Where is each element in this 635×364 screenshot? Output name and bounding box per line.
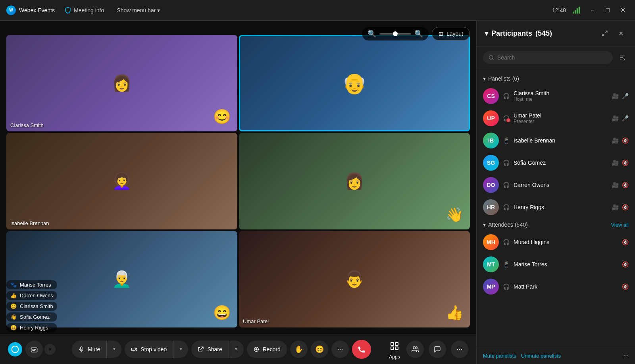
participant-item-marise[interactable]: MT 📱 Marise Torres 🔇 bbox=[477, 253, 635, 275]
layout-icon: ⊞ bbox=[439, 31, 443, 37]
participant-label-umar: Umar Patel bbox=[243, 318, 269, 324]
mute-expand-button[interactable]: ▾ bbox=[106, 341, 121, 358]
layout-button[interactable]: ⊞ Layout bbox=[432, 27, 470, 40]
svg-line-24 bbox=[493, 59, 494, 60]
share-button[interactable]: Share bbox=[191, 341, 228, 358]
sort-button[interactable] bbox=[616, 51, 629, 64]
participant-label-clarissa: Clarissa Smith bbox=[10, 122, 44, 128]
status-icon bbox=[8, 342, 22, 356]
participant-item-isabelle[interactable]: IB 📱 Isabelle Brennan 🎥 🔇 bbox=[477, 129, 635, 152]
stop-video-button[interactable]: Stop video bbox=[125, 341, 173, 358]
toolbar-more-dots: ··· bbox=[456, 345, 462, 353]
zoom-control[interactable]: 🔍 🔍 bbox=[362, 27, 429, 40]
more-dots: ··· bbox=[337, 345, 343, 353]
svg-point-23 bbox=[489, 56, 493, 59]
show-menu-button[interactable]: Show menu bar ▾ bbox=[114, 6, 163, 15]
sort-icon bbox=[619, 54, 625, 61]
participant-name-henry: Henry Riggs bbox=[514, 204, 608, 210]
mic-ctrl-henry: 🔇 bbox=[622, 204, 629, 210]
maximize-button[interactable]: □ bbox=[602, 4, 614, 16]
panel-footer-more-button[interactable]: ··· bbox=[623, 352, 629, 359]
reaction-item-henry: 😄 Henry Riggs bbox=[6, 323, 57, 332]
reactions-button[interactable]: 😊 bbox=[311, 341, 328, 358]
participant-item-umar[interactable]: UP 🎧 ● Umar Patel Presenter 🎥 🎤 bbox=[477, 107, 635, 129]
audio-indicator-umar: 🎧 ● bbox=[503, 115, 510, 121]
participant-info-matt: Matt Park bbox=[514, 283, 618, 290]
apps-svg-icon bbox=[390, 341, 399, 351]
unmute-panelists-button[interactable]: Unmute panelists bbox=[521, 353, 561, 359]
reaction-name-sofia: Sofia Gomez bbox=[20, 314, 50, 320]
participant-name-darren: Darren Owens bbox=[514, 182, 608, 188]
participant-info-marise: Marise Torres bbox=[514, 261, 618, 268]
svg-line-22 bbox=[602, 34, 604, 36]
mic-ctrl-isabelle: 🔇 bbox=[622, 137, 629, 144]
attendees-label: Attendees (540) bbox=[488, 221, 528, 228]
meeting-info-button[interactable]: Meeting info bbox=[61, 5, 107, 15]
popout-icon bbox=[602, 30, 608, 37]
svg-rect-17 bbox=[395, 343, 398, 345]
svg-rect-5 bbox=[31, 348, 37, 352]
participant-controls-sofia: 🎥 🔇 bbox=[612, 160, 629, 166]
audio-indicator-marise: 📱 bbox=[503, 261, 510, 268]
participant-controls-umar: 🎥 🎤 bbox=[612, 115, 629, 121]
minimize-button[interactable]: − bbox=[587, 4, 598, 16]
bottom-toolbar: ▾ Mute ▾ bbox=[0, 334, 476, 364]
participant-item-matt[interactable]: MP 🎧 Matt Park 🔇 bbox=[477, 275, 635, 298]
apps-button[interactable]: Apps bbox=[387, 339, 402, 360]
zoom-in-icon[interactable]: 🔍 bbox=[414, 29, 423, 38]
participants-icon bbox=[412, 346, 419, 353]
svg-rect-2 bbox=[577, 8, 578, 13]
record-button[interactable]: Record bbox=[247, 341, 287, 358]
more-options-button[interactable]: ··· bbox=[331, 341, 349, 358]
stop-video-expand-button[interactable]: ▾ bbox=[173, 341, 188, 358]
meeting-info-label: Meeting info bbox=[74, 7, 104, 13]
toolbar-more-button[interactable]: ··· bbox=[451, 341, 468, 358]
participant-item-clarissa[interactable]: CS 🎧 Clarissa Smith Host, me 🎥 🎤 bbox=[477, 85, 635, 107]
chat-icon bbox=[434, 346, 441, 353]
panelists-section-header[interactable]: ▾ Panelists (6) bbox=[477, 72, 635, 85]
reaction-emoji-darren: 👍 bbox=[10, 293, 17, 299]
video-icon bbox=[131, 346, 137, 352]
participant-item-murad[interactable]: MH 🎧 Murad Higgins 🔇 bbox=[477, 231, 635, 253]
panel-popout-button[interactable] bbox=[598, 27, 611, 40]
raise-hand-button[interactable]: ✋ bbox=[290, 341, 308, 358]
video-ctrl-isabelle: 🎥 bbox=[612, 137, 619, 144]
participant-item-sofia[interactable]: SG 🎧 Sofia Gomez 🎥 🔇 bbox=[477, 152, 635, 174]
reaction-item-sofia: 👋 Sofia Gomez bbox=[6, 312, 57, 322]
reaction-item-clarissa: 😊 Clarissa Smith bbox=[6, 302, 57, 311]
attendees-title: ▾ Attendees (540) bbox=[483, 221, 528, 228]
participant-name-murad: Murad Higgins bbox=[514, 239, 618, 245]
zoom-slider-thumb bbox=[393, 31, 398, 36]
zoom-slider[interactable] bbox=[379, 33, 411, 35]
close-button[interactable]: ✕ bbox=[617, 4, 629, 16]
reaction-emoji-clarissa: 😊 bbox=[10, 303, 17, 309]
toolbar-right: Apps bbox=[387, 339, 468, 360]
video-placeholder-clarissa: 👩 bbox=[6, 35, 237, 131]
end-call-button[interactable] bbox=[352, 340, 371, 359]
participants-panel: ▾ Participants (545) ✕ bbox=[476, 21, 635, 364]
zoom-out-icon[interactable]: 🔍 bbox=[368, 29, 376, 38]
shield-icon bbox=[64, 7, 71, 14]
search-input[interactable] bbox=[497, 54, 607, 61]
video-ctrl-clarissa: 🎥 bbox=[612, 93, 619, 99]
captions-button[interactable] bbox=[25, 341, 43, 358]
panel-close-button[interactable]: ✕ bbox=[614, 27, 627, 40]
view-all-button[interactable]: View all bbox=[611, 222, 629, 228]
webex-logo-icon: W bbox=[6, 6, 16, 15]
chat-button[interactable] bbox=[429, 341, 446, 358]
avatar-marise: MT bbox=[483, 256, 499, 272]
mute-panelists-button[interactable]: Mute panelists bbox=[483, 353, 516, 359]
participant-name-umar: Umar Patel bbox=[514, 112, 608, 119]
panel-title-chevron: ▾ bbox=[485, 29, 488, 38]
mute-button[interactable]: Mute bbox=[72, 341, 106, 358]
captions-expand-button[interactable]: ▾ bbox=[44, 344, 56, 355]
share-expand-button[interactable]: ▾ bbox=[229, 341, 244, 358]
participant-item-henry[interactable]: HR 🎧 Henry Riggs 🎥 🔇 bbox=[477, 196, 635, 218]
participants-button[interactable] bbox=[406, 341, 424, 358]
attendees-section-header[interactable]: ▾ Attendees (540) View all bbox=[477, 218, 635, 231]
mic-icon bbox=[78, 346, 85, 352]
participant-item-darren[interactable]: DO 🎧 Darren Owens 🎥 🔇 bbox=[477, 174, 635, 196]
apps-grid-icon bbox=[387, 339, 402, 353]
video-cell-umar: 👨 Umar Patel 👍 bbox=[239, 231, 470, 327]
participant-label-isabelle: Isabelle Brennan bbox=[10, 220, 49, 226]
